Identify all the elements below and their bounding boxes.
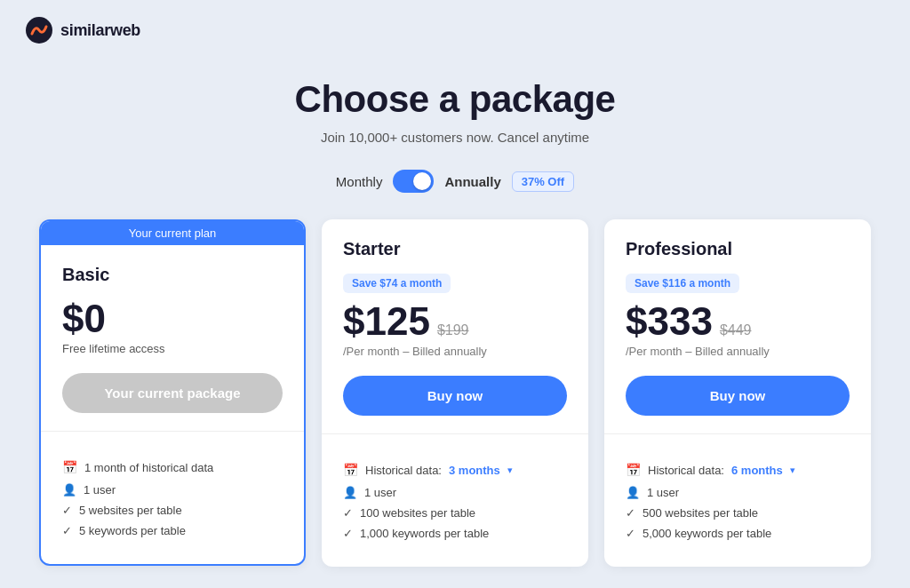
historical-text-basic: 1 month of historical data	[84, 461, 213, 474]
logo-text: similarweb	[60, 21, 140, 40]
toggle-thumb	[413, 172, 431, 190]
logo-icon	[25, 16, 53, 44]
historical-data-starter: 📅 Historical data: 3 months ▾	[343, 463, 567, 477]
plans-container: Your current plan Basic $0 Free lifetime…	[11, 219, 899, 567]
feature-keywords-professional: ✓ 5,000 keywords per table	[626, 527, 850, 540]
plan-name-basic: Basic	[62, 265, 283, 285]
check-icon-professional-2: ✓	[626, 527, 635, 540]
plan-card-professional: Professional Save $116 a month $333 $449…	[604, 219, 871, 567]
card-divider-starter	[322, 433, 588, 434]
feature-section-professional: 📅 Historical data: 6 months ▾ 👤 1 user ✓…	[604, 449, 871, 567]
price-period-starter: /Per month – Billed annually	[343, 345, 567, 358]
logo[interactable]: similarweb	[25, 16, 140, 44]
monthly-label: Monthly	[336, 174, 383, 189]
plan-card-starter: Starter Save $74 a month $125 $199 /Per …	[322, 219, 588, 567]
main-content: Choose a package Join 10,000+ customers …	[0, 60, 910, 567]
user-icon-basic: 👤	[62, 483, 76, 497]
card-body-starter: Starter Save $74 a month $125 $199 /Per …	[322, 219, 588, 433]
calendar-icon-basic: 📅	[62, 460, 77, 474]
feature-user-text-basic: 1 user	[84, 483, 116, 497]
feature-websites-text-basic: 5 websites per table	[79, 504, 182, 517]
card-body-basic: Basic $0 Free lifetime access Your curre…	[41, 245, 304, 431]
feature-user-professional: 👤 1 user	[626, 486, 850, 499]
chevron-icon-starter[interactable]: ▾	[507, 465, 513, 476]
check-icon-starter-2: ✓	[343, 527, 353, 540]
annually-label: Annually	[444, 174, 500, 189]
feature-websites-text-starter: 100 websites per table	[360, 506, 475, 520]
historical-data-basic: 📅 1 month of historical data	[62, 460, 283, 474]
feature-keywords-starter: ✓ 1,000 keywords per table	[343, 527, 567, 540]
page-subtitle: Join 10,000+ customers now. Cancel anyti…	[321, 130, 589, 145]
historical-highlight-starter: 3 months	[449, 464, 500, 477]
feature-keywords-text-basic: 5 keywords per table	[79, 524, 186, 537]
feature-keywords-basic: ✓ 5 keywords per table	[62, 524, 283, 537]
feature-keywords-text-starter: 1,000 keywords per table	[360, 527, 489, 540]
price-basic: $0	[62, 299, 106, 338]
check-icon-basic-2: ✓	[62, 524, 72, 537]
billing-toggle: Monthly Annually 37% Off	[336, 170, 574, 193]
save-badge-professional: Save $116 a month	[626, 274, 739, 293]
user-icon-professional: 👤	[626, 486, 640, 499]
off-badge: 37% Off	[512, 171, 574, 192]
calendar-icon-starter: 📅	[343, 463, 358, 477]
feature-section-starter: 📅 Historical data: 3 months ▾ 👤 1 user ✓…	[322, 449, 588, 567]
price-old-starter: $199	[437, 322, 469, 338]
price-row-professional: $333 $449	[626, 302, 850, 341]
price-starter: $125	[343, 302, 430, 341]
card-divider-professional	[604, 433, 871, 434]
price-row-starter: $125 $199	[343, 302, 567, 341]
check-icon-starter-1: ✓	[343, 506, 353, 520]
feature-websites-starter: ✓ 100 websites per table	[343, 506, 567, 520]
card-divider-basic	[41, 431, 304, 432]
price-professional: $333	[626, 302, 713, 341]
billing-toggle-switch[interactable]	[393, 170, 434, 193]
feature-user-starter: 👤 1 user	[343, 486, 567, 499]
historical-highlight-professional: 6 months	[731, 464, 783, 477]
price-old-professional: $449	[720, 322, 752, 338]
feature-user-text-professional: 1 user	[647, 486, 679, 499]
current-plan-banner: Your current plan	[41, 221, 304, 245]
calendar-icon-professional: 📅	[626, 463, 641, 477]
page-title: Choose a package	[295, 78, 616, 121]
feature-websites-text-professional: 500 websites per table	[643, 506, 758, 520]
feature-websites-basic: ✓ 5 websites per table	[62, 504, 283, 517]
feature-section-basic: 📅 1 month of historical data 👤 1 user ✓ …	[41, 446, 304, 564]
historical-text-starter: Historical data:	[365, 464, 442, 477]
plan-name-professional: Professional	[626, 239, 850, 259]
buy-button-professional[interactable]: Buy now	[626, 376, 850, 416]
check-icon-basic-1: ✓	[62, 504, 72, 517]
plan-card-basic: Your current plan Basic $0 Free lifetime…	[39, 219, 306, 566]
card-body-professional: Professional Save $116 a month $333 $449…	[604, 219, 871, 433]
header: similarweb	[0, 0, 910, 60]
feature-user-text-starter: 1 user	[364, 486, 396, 499]
historical-text-professional: Historical data:	[648, 464, 724, 477]
historical-data-professional: 📅 Historical data: 6 months ▾	[626, 463, 850, 477]
buy-button-starter[interactable]: Buy now	[343, 376, 567, 416]
feature-websites-professional: ✓ 500 websites per table	[626, 506, 850, 520]
check-icon-professional-1: ✓	[626, 506, 635, 520]
current-package-button: Your current package	[62, 373, 283, 413]
save-badge-starter: Save $74 a month	[343, 274, 451, 293]
chevron-icon-professional[interactable]: ▾	[790, 465, 795, 476]
free-access-label: Free lifetime access	[62, 342, 283, 355]
plan-name-starter: Starter	[343, 239, 567, 259]
feature-user-basic: 👤 1 user	[62, 483, 283, 497]
feature-keywords-text-professional: 5,000 keywords per table	[643, 527, 771, 540]
user-icon-starter: 👤	[343, 486, 357, 499]
price-period-professional: /Per month – Billed annually	[626, 345, 850, 358]
price-row-basic: $0	[62, 299, 283, 338]
